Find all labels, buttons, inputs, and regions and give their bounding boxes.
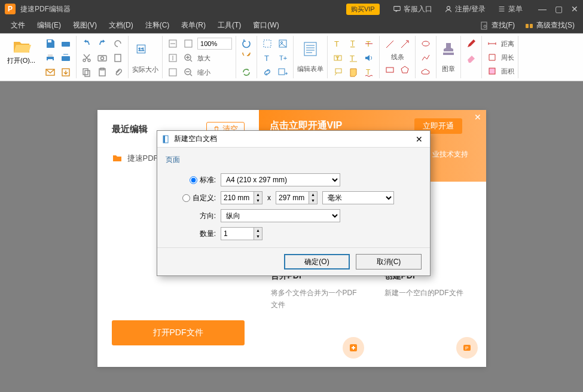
menu-window[interactable]: 窗口(W) <box>247 20 285 30</box>
close-button[interactable]: ✕ <box>571 5 578 13</box>
custom-radio[interactable] <box>182 194 190 202</box>
copy-button[interactable] <box>80 66 93 79</box>
open-pdf-button[interactable]: 打开PDF文件 <box>112 320 245 345</box>
add-image-button[interactable] <box>276 66 289 79</box>
cut-button[interactable] <box>80 51 93 65</box>
refresh-button[interactable] <box>240 66 253 79</box>
link-button[interactable] <box>261 66 274 79</box>
find-button[interactable]: 查找(F) <box>476 19 518 32</box>
main-menu-button[interactable]: 菜单 <box>497 4 523 14</box>
image-button[interactable] <box>276 37 289 50</box>
ok-button[interactable]: 确定(O) <box>284 254 350 270</box>
perimeter-button[interactable] <box>486 51 499 64</box>
create-pdf-card[interactable]: 创建PDF 新建一个空白的PDF文件 P <box>373 260 486 367</box>
paste-button[interactable] <box>111 51 124 65</box>
unit-select[interactable]: 毫米 <box>322 191 394 204</box>
fit-page-button[interactable] <box>182 37 195 50</box>
undo-all-button[interactable] <box>111 37 124 50</box>
advanced-find-button[interactable]: 高级查找(S) <box>521 19 578 32</box>
orientation-select[interactable]: 纵向 <box>221 209 340 222</box>
attach-button[interactable] <box>111 66 124 79</box>
count-up[interactable]: ▲ <box>254 228 262 234</box>
polyline-button[interactable] <box>419 51 432 65</box>
camera-button[interactable] <box>96 51 109 65</box>
squiggly-button[interactable]: T <box>362 66 376 79</box>
width-down[interactable]: ▼ <box>254 198 262 204</box>
dialog-close-button[interactable]: ✕ <box>413 134 425 144</box>
polyline-icon <box>420 53 431 63</box>
redo-button[interactable] <box>96 37 109 50</box>
polygon-button[interactable] <box>398 63 411 76</box>
typewriter-button[interactable]: T <box>347 51 360 65</box>
email-button[interactable] <box>44 66 57 79</box>
oval-button[interactable] <box>419 37 432 50</box>
count-down[interactable]: ▼ <box>254 234 262 240</box>
menu-file[interactable]: 文件 <box>5 20 31 30</box>
area-button[interactable] <box>486 65 499 78</box>
maximize-button[interactable]: ▢ <box>555 5 563 13</box>
width-up[interactable]: ▲ <box>254 192 262 198</box>
standard-radio[interactable] <box>190 176 197 184</box>
merge-pdf-card[interactable]: 合并PDF 将多个文件合并为一个PDF文件 <box>259 260 373 367</box>
scan-button[interactable] <box>59 37 72 50</box>
buy-vip-button[interactable]: 购买VIP <box>346 4 380 15</box>
fit-visible-button[interactable] <box>166 66 179 79</box>
highlight-button[interactable]: T <box>331 37 344 50</box>
undo-button[interactable] <box>80 37 93 50</box>
from-scanner-button[interactable] <box>59 51 72 65</box>
select-text-button[interactable] <box>261 37 274 50</box>
zoom-input[interactable] <box>197 38 232 50</box>
rotate-left-button[interactable] <box>240 37 253 50</box>
area-icon <box>487 66 497 76</box>
dialog-titlebar[interactable]: 新建空白文档 ✕ <box>157 131 430 148</box>
stamp-icon[interactable] <box>440 41 457 57</box>
print-button[interactable] <box>44 51 57 65</box>
distance-icon <box>487 38 497 49</box>
callout-button[interactable] <box>331 66 344 79</box>
arrow-button[interactable] <box>398 38 411 51</box>
menu-document[interactable]: 文档(D) <box>103 20 139 30</box>
register-link[interactable]: 注册/登录 <box>444 4 486 14</box>
support-link[interactable]: 客服入口 <box>393 4 432 14</box>
textbox-button[interactable]: T <box>331 51 344 65</box>
textbox-icon: T <box>332 53 343 63</box>
menu-comment[interactable]: 注释(C) <box>139 20 176 30</box>
stamp-label: 图章 <box>442 65 455 74</box>
svg-point-19 <box>101 57 104 60</box>
vip-close-button[interactable]: ✕ <box>474 112 481 122</box>
menu-tools[interactable]: 工具(T) <box>212 20 247 30</box>
distance-button[interactable] <box>486 37 499 50</box>
custom-radio-wrap[interactable]: 自定义: <box>166 193 221 203</box>
standard-radio-wrap[interactable]: 标准: <box>166 175 221 185</box>
menu-edit[interactable]: 编辑(E) <box>31 20 67 30</box>
fit-width-button[interactable] <box>166 37 179 50</box>
actual-size-button[interactable]: 1:1 <box>132 40 150 58</box>
zoom-out-button[interactable] <box>182 66 195 79</box>
rect-button[interactable] <box>383 63 396 76</box>
strikeout-button[interactable]: T <box>362 37 376 50</box>
underline-button[interactable]: T <box>347 37 360 50</box>
line-button[interactable] <box>383 38 396 51</box>
eraser-button[interactable] <box>465 51 478 65</box>
zoom-in-button[interactable] <box>182 51 195 65</box>
pencil-button[interactable] <box>465 37 478 50</box>
height-down[interactable]: ▼ <box>309 198 317 204</box>
menu-view[interactable]: 视图(V) <box>67 20 103 30</box>
rotate-right-button[interactable] <box>240 51 253 65</box>
cloud-button[interactable] <box>419 66 432 79</box>
text-tool-button[interactable]: T <box>261 51 274 65</box>
cancel-button[interactable]: 取消(C) <box>356 254 422 270</box>
fit-height-button[interactable] <box>166 51 179 65</box>
add-text-button[interactable]: T+ <box>276 51 289 65</box>
sound-button[interactable] <box>362 51 376 65</box>
open-button[interactable]: 打开(O)... <box>2 36 40 78</box>
save-button[interactable] <box>44 37 57 50</box>
height-up[interactable]: ▲ <box>309 192 317 198</box>
standard-size-select[interactable]: A4 (210 x 297 mm) <box>221 173 340 186</box>
export-button[interactable] <box>59 66 72 79</box>
minimize-button[interactable]: — <box>538 5 547 13</box>
note-button[interactable] <box>347 66 360 79</box>
menu-form[interactable]: 表单(R) <box>175 20 212 30</box>
clipboard-button[interactable] <box>96 66 109 79</box>
support-label: 客服入口 <box>404 4 432 14</box>
